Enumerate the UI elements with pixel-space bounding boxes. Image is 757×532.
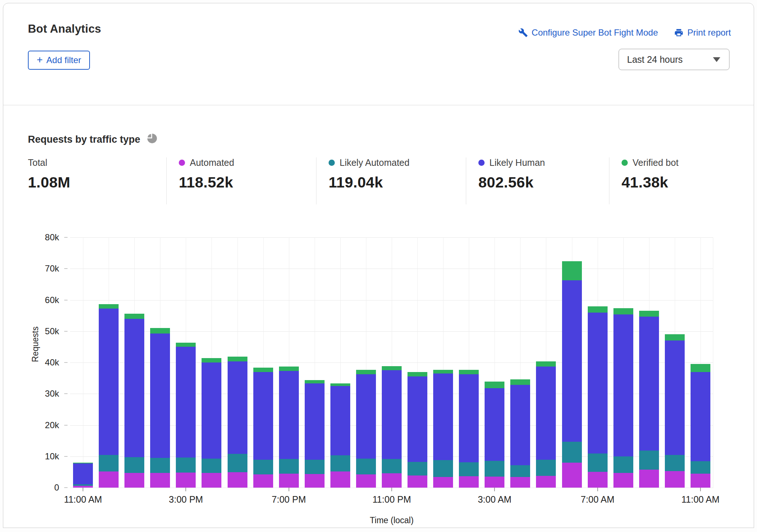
x-tick-label: 7:00 AM [557,494,638,505]
likely-human-segment [73,463,93,484]
automated-segment [459,476,479,488]
wrench-icon [518,28,528,37]
stacked-bar [356,370,376,488]
likely-human-segment [408,376,427,462]
verified-bot-segment [124,314,144,319]
likely-automated-segment [99,455,119,471]
stat-label: Likely Automated [340,157,409,168]
likely-automated-segment [510,465,530,477]
bar-2-00-am [456,237,482,488]
likely-automated-segment [176,458,196,473]
bar-6-00-am [559,237,585,488]
stacked-bar [150,328,170,488]
stacked-bar [202,358,221,488]
x-tick [700,488,701,491]
likely-automated-segment [124,457,144,473]
bar-1-00-am [430,237,456,488]
x-tick [185,488,186,491]
verified-bot-segment [562,261,582,280]
verified-bot-segment [691,364,710,372]
stat-label: Total [28,157,47,168]
y-tick [64,362,68,363]
legend-dot-icon [622,160,628,166]
stacked-bar [485,382,504,488]
likely-automated-segment [485,461,504,477]
stacked-bar [279,367,299,488]
y-tick-label: 10k [15,456,59,467]
bar-8-00-pm [302,237,327,488]
stat-value: 802.56k [478,174,545,191]
verified-bot-segment [588,306,608,313]
automated-segment [408,475,427,488]
stacked-bar [433,370,453,488]
automated-segment [176,473,196,488]
bar-4-00-pm [199,237,224,488]
stat-total: Total1.08M [28,157,70,204]
print-report-link[interactable]: Print report [674,28,731,38]
bar-10-00-am [662,237,688,488]
automated-segment [202,473,221,488]
stacked-bar [124,314,144,488]
verified-bot-segment [356,370,376,374]
automated-segment [382,473,402,488]
requests-chart: Requests 010k20k30k40k50k60k70k80k11:00 … [3,237,754,527]
stat-verified-bot: Verified bot41.38k [609,157,678,204]
automated-segment [665,471,685,488]
stats-row: Total1.08MAutomated118.52kLikely Automat… [3,157,754,204]
y-tick [64,393,68,394]
bar-7-00-pm [276,237,302,488]
likely-automated-segment [279,459,299,474]
stat-value: 41.38k [622,174,678,191]
likely-human-segment [356,374,376,459]
stacked-bar [510,379,530,488]
y-tick [64,237,68,238]
y-tick [64,425,68,426]
y-tick [64,456,68,457]
x-tick [289,488,289,491]
bar-12-00-am [405,237,430,488]
y-tick [64,268,68,269]
likely-human-segment [330,386,350,455]
bar-2-00-pm [147,237,173,488]
printer-icon [674,28,684,37]
likely-human-segment [99,309,119,455]
likely-automated-segment [382,459,402,473]
likely-human-segment [459,374,479,462]
verified-bot-segment [459,370,479,374]
configure-super-bot-fight-mode-link[interactable]: Configure Super Bot Fight Mode [518,28,658,38]
stacked-bar [330,383,350,488]
bar-11-00-am [688,237,713,488]
y-tick-label: 20k [15,425,59,436]
stacked-bar [665,334,685,488]
x-tick-label: 11:00 AM [660,494,741,505]
likely-automated-segment [330,455,350,471]
likely-automated-segment [691,461,710,474]
verified-bot-segment [228,357,247,362]
likely-automated-segment [356,459,376,474]
bar-5-00-pm [224,237,250,488]
automated-segment [510,477,530,488]
stat-label: Automated [190,157,234,168]
add-filter-button[interactable]: + Add filter [28,51,90,70]
stat-likely-human: Likely Human802.56k [466,157,545,204]
automated-segment [99,471,119,488]
likely-human-segment [639,317,659,451]
stacked-bar [305,380,325,488]
x-axis-title: Time (local) [70,515,713,525]
stacked-bar [459,370,479,488]
chart-plot-area: 010k20k30k40k50k60k70k80k11:00 AM3:00 PM… [70,237,713,488]
y-tick-label: 40k [15,362,59,373]
likely-human-segment [613,314,633,456]
verified-bot-segment [510,379,530,385]
stat-label: Verified bot [633,157,678,168]
bar-1-00-pm [122,237,147,488]
bar-12-00-pm [96,237,122,488]
likely-automated-segment [588,453,608,471]
likely-automated-segment [639,451,659,469]
likely-automated-segment [562,442,582,463]
bar-11-00-pm [379,237,405,488]
stacked-bar [228,357,247,488]
legend-dot-icon [329,160,335,166]
stat-label: Likely Human [489,157,545,168]
time-range-select[interactable]: Last 24 hours [619,49,729,70]
